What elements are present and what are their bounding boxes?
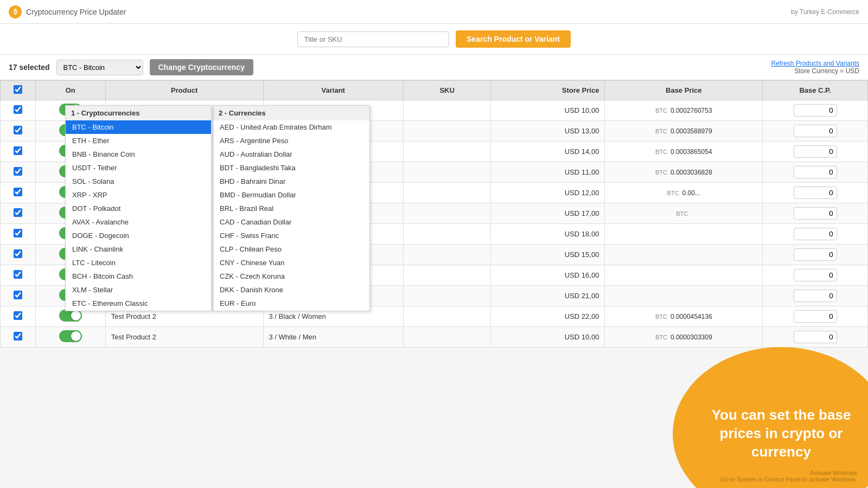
crypto-item-USDT[interactable]: USDT - Tether: [66, 161, 211, 175]
currency-item-BRL[interactable]: BRL - Brazil Real: [213, 202, 369, 215]
base-cp-input[interactable]: [794, 269, 837, 281]
base-price-value: 0.0002760753: [671, 107, 712, 114]
base-price-crypto: BTC: [655, 169, 667, 176]
crypto-item-BTC[interactable]: BTC - Bitcoin: [66, 120, 211, 134]
crypto-item-BCH[interactable]: BCH - Bitcoin Cash: [66, 269, 211, 283]
currency-item-BHD[interactable]: BHD - Bahraini Dinar: [213, 175, 369, 188]
crypto-item-XRP[interactable]: XRP - XRP: [66, 188, 211, 202]
base-cp-input[interactable]: [794, 104, 837, 117]
store-price: USD 10,00: [491, 327, 605, 348]
base-price-value: 0.0000303309: [671, 333, 712, 341]
row-checkbox[interactable]: [14, 208, 22, 217]
currency-item-ARS[interactable]: ARS - Argentine Peso: [213, 134, 369, 147]
crypto-item-LTC[interactable]: LTC - Litecoin: [66, 256, 211, 269]
sku-value: [403, 245, 491, 265]
base-cp-input[interactable]: [794, 290, 837, 302]
crypto-select[interactable]: BTC - Bitcoin: [56, 60, 143, 75]
sku-value: [403, 306, 491, 327]
base-cp-input[interactable]: [794, 207, 837, 220]
currency-item-DKK[interactable]: DKK - Danish Krone: [213, 283, 369, 297]
col-header-check: [1, 81, 36, 100]
variant-name: 3 / White / Men: [263, 327, 403, 348]
store-price: USD 13,00: [491, 121, 605, 142]
crypto-item-DOGE[interactable]: DOGE - Dogecoin: [66, 229, 211, 242]
base-price-value: 0.0003588979: [671, 127, 712, 135]
row-checkbox[interactable]: [14, 332, 22, 341]
toggle-switch[interactable]: [59, 310, 82, 322]
col-header-base-cp: Base C.P.: [763, 81, 868, 100]
header-by: by Turkey E-Commerce: [791, 8, 859, 16]
col-header-base-price: Base Price: [605, 81, 763, 100]
crypto-item-XLM[interactable]: XLM - Stellar: [66, 283, 211, 297]
currency-item-CAD[interactable]: CAD - Canadian Dollar: [213, 215, 369, 229]
currency-item-CHF[interactable]: CHF - Swiss Franc: [213, 229, 369, 242]
col-header-variant: Variant: [263, 81, 403, 100]
crypto-dropdown[interactable]: 1 - Cryptocurrencies BTC - BitcoinETH - …: [65, 105, 212, 311]
row-checkbox[interactable]: [14, 270, 22, 279]
search-input[interactable]: [297, 31, 449, 47]
base-price-crypto: BTC: [655, 128, 667, 134]
currency-item-BDT[interactable]: BDT - Bangladeshi Taka: [213, 161, 369, 175]
store-price: USD 22,00: [491, 306, 605, 327]
base-cp-input[interactable]: [794, 187, 837, 199]
currency-item-AED[interactable]: AED - United Arab Emirates Dirham: [213, 120, 369, 134]
base-cp-input[interactable]: [794, 166, 837, 178]
base-cp-input[interactable]: [794, 248, 837, 261]
currency-item-CNY[interactable]: CNY - Chinese Yuan: [213, 256, 369, 269]
currency-dropdown[interactable]: 2 - Currencies AED - United Arab Emirate…: [213, 105, 370, 311]
col-header-sku: SKU: [403, 81, 491, 100]
selected-count: 17 selected: [9, 63, 50, 72]
col-header-on: On: [35, 81, 105, 100]
currency-item-AUD[interactable]: AUD - Australian Dollar: [213, 147, 369, 161]
currency-item-BMD[interactable]: BMD - Bermudian Dollar: [213, 188, 369, 202]
currency-item-CLP[interactable]: CLP - Chilean Peso: [213, 242, 369, 256]
crypto-item-BNB[interactable]: BNB - Binance Coin: [66, 147, 211, 161]
toolbar-left: 17 selected BTC - Bitcoin Change Cryptoc…: [9, 59, 253, 75]
row-checkbox[interactable]: [14, 311, 22, 320]
base-price: [605, 265, 763, 286]
change-cryptocurrency-button[interactable]: Change Cryptocurrency: [150, 59, 253, 75]
row-checkbox[interactable]: [14, 188, 22, 196]
base-cp-input[interactable]: [794, 331, 837, 343]
crypto-item-ETH[interactable]: ETH - Ether: [66, 134, 211, 147]
base-cp-input[interactable]: [794, 228, 837, 240]
base-price: BTC: [605, 203, 763, 224]
crypto-group-label: 1 - Cryptocurrencies: [66, 106, 211, 120]
crypto-item-EOS[interactable]: EOS - EOS: [66, 310, 211, 311]
crypto-item-SOL[interactable]: SOL - Solana: [66, 175, 211, 188]
row-checkbox[interactable]: [14, 229, 22, 237]
crypto-item-DOT[interactable]: DOT - Polkadot: [66, 202, 211, 215]
sku-value: [403, 100, 491, 121]
sku-value: [403, 162, 491, 183]
row-checkbox[interactable]: [14, 146, 22, 155]
main-content: On Product Variant SKU Store Price Base …: [0, 80, 868, 488]
row-checkbox[interactable]: [14, 105, 22, 114]
base-price-crypto: BTC: [676, 210, 688, 217]
base-cp-input[interactable]: [794, 310, 837, 323]
base-cp-input[interactable]: [794, 125, 837, 137]
select-all-checkbox[interactable]: [14, 85, 22, 94]
base-price-crypto: BTC: [655, 107, 667, 114]
row-checkbox[interactable]: [14, 126, 22, 134]
crypto-item-AVAX[interactable]: AVAX - Avalanche: [66, 215, 211, 229]
row-checkbox[interactable]: [14, 167, 22, 176]
base-price: [605, 224, 763, 245]
row-checkbox[interactable]: [14, 291, 22, 299]
refresh-link[interactable]: Refresh Products and Variants: [771, 60, 859, 67]
base-price-value: 0.0003865054: [671, 148, 712, 156]
currency-item-CZK[interactable]: CZK - Czech Koruna: [213, 269, 369, 283]
crypto-item-LINK[interactable]: LINK - Chainlink: [66, 242, 211, 256]
row-checkbox[interactable]: [14, 249, 22, 258]
crypto-item-ETC[interactable]: ETC - Ethereum Classic: [66, 297, 211, 310]
sku-value: [403, 224, 491, 245]
store-price: USD 21,00: [491, 286, 605, 306]
base-price: BTC0.0003036828: [605, 162, 763, 183]
base-price-crypto: BTC: [655, 149, 667, 155]
currency-item-GBP[interactable]: GBP - British Pound Sterling: [213, 310, 369, 311]
base-cp-input[interactable]: [794, 145, 837, 158]
toggle-switch[interactable]: [59, 330, 82, 342]
base-price: BTC0.0003865054: [605, 142, 763, 162]
search-button[interactable]: Search Product or Variant: [456, 30, 571, 48]
currency-item-EUR[interactable]: EUR - Euro: [213, 297, 369, 310]
table-row: Test Product 23 / White / MenUSD 10,00BT…: [1, 327, 868, 348]
